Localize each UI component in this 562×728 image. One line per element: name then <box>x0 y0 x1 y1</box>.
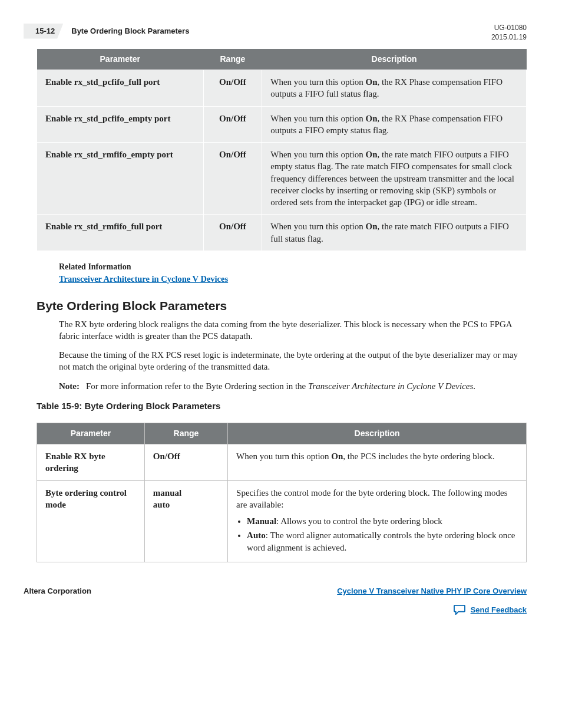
list-item: Auto: The word aligner automatically con… <box>247 529 518 554</box>
range-cell: On/Off <box>203 106 262 143</box>
table-row: Enable rx_std_rmfifo_empty port On/Off W… <box>37 143 527 215</box>
range-cell: On/Off <box>203 215 262 251</box>
desc-cell: When you turn this option On, the RX Pha… <box>262 106 527 143</box>
table-row: Enable rx_std_rmfifo_full port On/Off Wh… <box>37 215 527 251</box>
related-link[interactable]: Transceiver Architecture in Cyclone V De… <box>59 274 228 284</box>
paragraph: Because the timing of the RX PCS reset l… <box>59 349 527 373</box>
page-footer: Altera Corporation Cyclone V Transceiver… <box>24 586 527 615</box>
col-description: Description <box>262 49 527 70</box>
footer-company: Altera Corporation <box>24 586 91 597</box>
send-feedback-link[interactable]: Send Feedback <box>471 605 527 615</box>
desc-list: Manual: Allows you to control the byte o… <box>236 515 518 554</box>
param-cell: Byte ordering control mode <box>37 480 145 562</box>
note-text: For more information refer to the Byte O… <box>86 380 475 392</box>
col-parameter: Parameter <box>37 423 145 444</box>
param-cell: Enable rx_std_rmfifo_empty port <box>37 143 204 215</box>
range-cell: On/Off <box>203 70 262 107</box>
feedback-row: Send Feedback <box>337 604 527 615</box>
doc-date: 2015.01.19 <box>491 33 527 42</box>
paragraph: The RX byte ordering block realigns the … <box>59 318 527 342</box>
footer-doc-link[interactable]: Cyclone V Transceiver Native PHY IP Core… <box>337 587 527 595</box>
doc-id-block: UG-01080 2015.01.19 <box>491 24 527 42</box>
param-cell: Enable rx_std_rmfifo_full port <box>37 215 204 251</box>
desc-cell: Specifies the control mode for the byte … <box>228 480 527 562</box>
page-number: 15-12 <box>24 24 63 39</box>
param-cell: Enable RX byte ordering <box>37 444 145 481</box>
col-parameter: Parameter <box>37 49 204 70</box>
note: Note: For more information refer to the … <box>59 380 527 392</box>
col-range: Range <box>144 423 227 444</box>
table-row: Enable RX byte ordering On/Off When you … <box>37 444 527 481</box>
header-title: Byte Ordering Block Parameters <box>71 26 189 37</box>
parameters-table-2: Parameter Range Description Enable RX by… <box>37 423 527 562</box>
parameters-table-1: Parameter Range Description Enable rx_st… <box>37 49 527 251</box>
range-cell: On/Off <box>144 444 227 481</box>
related-info: Related Information Transceiver Architec… <box>59 262 527 285</box>
range-cell: On/Off <box>203 143 262 215</box>
desc-cell: When you turn this option On, the RX Pha… <box>262 70 527 107</box>
note-label: Note: <box>59 380 86 392</box>
table-row: Enable rx_std_pcfifo_full port On/Off Wh… <box>37 70 527 107</box>
table-row: Enable rx_std_pcfifo_empty port On/Off W… <box>37 106 527 143</box>
section-heading: Byte Ordering Block Parameters <box>37 298 527 314</box>
doc-id: UG-01080 <box>491 24 527 33</box>
col-range: Range <box>203 49 262 70</box>
desc-cell: When you turn this option On, the PCS in… <box>228 444 527 481</box>
desc-cell: When you turn this option On, the rate m… <box>262 215 527 251</box>
range-cell: manual auto <box>144 480 227 562</box>
list-item: Manual: Allows you to control the byte o… <box>247 515 518 527</box>
comment-icon <box>453 604 466 615</box>
param-cell: Enable rx_std_pcfifo_empty port <box>37 106 204 143</box>
param-cell: Enable rx_std_pcfifo_full port <box>37 70 204 107</box>
col-description: Description <box>228 423 527 444</box>
table-header-row: Parameter Range Description <box>37 49 527 70</box>
page-tag: 15-12 Byte Ordering Block Parameters <box>24 24 189 39</box>
footer-right: Cyclone V Transceiver Native PHY IP Core… <box>337 586 527 615</box>
desc-cell: When you turn this option On, the rate m… <box>262 143 527 215</box>
table-header-row: Parameter Range Description <box>37 423 527 444</box>
page-header: 15-12 Byte Ordering Block Parameters UG-… <box>24 24 527 42</box>
table-row: Byte ordering control mode manual auto S… <box>37 480 527 562</box>
related-label: Related Information <box>59 262 527 273</box>
table-caption: Table 15-9: Byte Ordering Block Paramete… <box>37 400 527 412</box>
